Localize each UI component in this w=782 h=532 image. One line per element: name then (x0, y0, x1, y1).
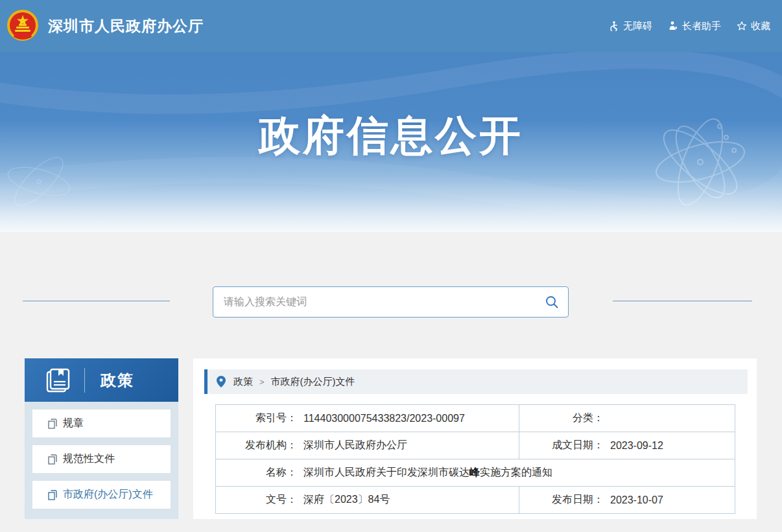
sidebar-header: 政策 (25, 358, 178, 402)
search-button[interactable] (536, 287, 568, 317)
content-area: 政策 规章 规范性文件 (0, 358, 782, 519)
sidebar-item-label: 规范性文件 (63, 452, 115, 466)
favorite-label: 收藏 (751, 20, 770, 32)
document-info-table: 索引号： 114403000075433823/2023-00097 分类： 发… (215, 404, 735, 514)
sidebar-item-regulations[interactable]: 规章 (32, 410, 171, 437)
document-number-label: 文号： (216, 493, 297, 507)
document-name-value: 深圳市人民政府关于印发深圳市碳达峰实施方案的通知 (303, 466, 552, 480)
elder-assist-label: 长者助手 (682, 20, 721, 32)
accessibility-link[interactable]: 无障碍 (609, 20, 652, 32)
location-pin-icon (217, 376, 226, 387)
topbar-links: 无障碍 长者助手 收藏 (609, 20, 770, 32)
national-emblem-logo (5, 8, 40, 43)
issuing-agency-label: 发布机构： (216, 439, 297, 452)
breadcrumb-policy[interactable]: 政策 (233, 376, 253, 388)
written-date-value: 2023-09-12 (610, 440, 663, 452)
breadcrumb-separator: > (259, 377, 265, 387)
accessibility-label: 无障碍 (623, 20, 652, 32)
written-date-label: 成文日期： (519, 439, 604, 452)
page-title: 政府信息公开 (0, 52, 782, 164)
table-row: 文号： 深府〔2023〕84号 发布日期： 2023-10-07 (216, 487, 735, 514)
site-title: 深圳市人民政府办公厅 (48, 16, 204, 36)
star-icon (737, 21, 747, 31)
index-number-label: 索引号： (216, 411, 297, 425)
breadcrumb: 政策 > 市政府(办公厅)文件 (204, 369, 748, 394)
highlighted-character: 峰 (469, 467, 480, 478)
main-panel: 政策 > 市政府(办公厅)文件 索引号： 114403000075433823/… (193, 358, 757, 519)
publish-date-value: 2023-10-07 (610, 494, 663, 506)
file-icon (48, 490, 58, 500)
sidebar-item-municipal-documents[interactable]: 市政府(办公厅)文件 (32, 481, 171, 509)
document-number-value: 深府〔2023〕84号 (303, 493, 390, 507)
elder-assist-link[interactable]: 长者助手 (668, 20, 721, 32)
sidebar-menu: 规章 规范性文件 市政府(办公厅)文件 (25, 402, 178, 519)
sidebar: 政策 规章 规范性文件 (25, 358, 178, 519)
table-row: 索引号： 114403000075433823/2023-00097 分类： (216, 405, 735, 432)
sidebar-item-label: 规章 (63, 417, 84, 430)
file-icon (48, 454, 58, 465)
left-decorative-line (23, 301, 170, 301)
sidebar-header-divider (84, 368, 85, 393)
favorite-link[interactable]: 收藏 (737, 20, 770, 32)
sidebar-header-label: 政策 (101, 370, 134, 391)
search-input[interactable] (213, 287, 536, 317)
sidebar-item-label: 市政府(办公厅)文件 (63, 488, 153, 502)
search-box (213, 286, 569, 318)
page-banner: 政府信息公开 (0, 52, 782, 232)
search-section (0, 232, 782, 358)
document-name-label: 名称： (216, 466, 297, 480)
table-row: 名称： 深圳市人民政府关于印发深圳市碳达峰实施方案的通知 (216, 459, 735, 487)
sidebar-item-normative-documents[interactable]: 规范性文件 (32, 445, 171, 473)
file-icon (48, 419, 58, 429)
book-icon (43, 366, 71, 395)
category-label: 分类： (519, 411, 604, 425)
elder-assist-icon (668, 21, 678, 31)
table-row: 发布机构： 深圳市人民政府办公厅 成文日期： 2023-09-12 (216, 432, 735, 459)
search-icon (545, 295, 559, 309)
index-number-value: 114403000075433823/2023-00097 (303, 413, 465, 424)
top-header-bar: 深圳市人民政府办公厅 无障碍 长者助手 收藏 (0, 0, 782, 52)
issuing-agency-value: 深圳市人民政府办公厅 (303, 439, 407, 452)
publish-date-label: 发布日期： (519, 493, 604, 507)
breadcrumb-current[interactable]: 市政府(办公厅)文件 (271, 376, 355, 388)
accessibility-icon (609, 21, 619, 31)
right-decorative-line (613, 301, 752, 301)
